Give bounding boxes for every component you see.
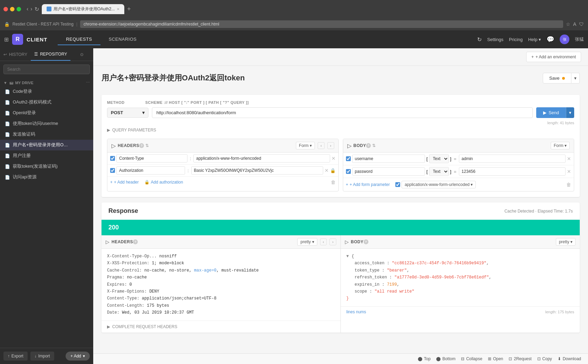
export-button[interactable]: ↑ Export (3, 352, 28, 361)
sidebar-tab-history[interactable]: ↩ HISTORY (0, 48, 31, 61)
grid-icon[interactable]: ⊞ (4, 36, 9, 43)
header-value-1[interactable] (191, 166, 323, 175)
sidebar-item-2[interactable]: 📄 OpenId登录 ⋯ (0, 108, 93, 118)
encode-dropdown[interactable]: application/x-www-form-urlencoded ▾ (402, 181, 476, 188)
send-dropdown-button[interactable]: ▾ (566, 107, 574, 118)
section-toggle-icon[interactable]: ▼ (3, 81, 7, 85)
body-type-select-1[interactable]: Text (429, 167, 449, 176)
collapse-button[interactable]: ⊟ Collapse (461, 356, 482, 361)
save-group: Save ▾ (543, 73, 580, 83)
section-more-icon[interactable]: ⋯ (86, 80, 90, 85)
response-body-toggle-icon[interactable]: ▷ (345, 239, 349, 245)
sidebar-item-8[interactable]: 📄 访问api资源 ⋯ (0, 172, 93, 183)
resp-headers-prev-btn[interactable]: ‹ (320, 238, 327, 245)
sidebar-item-1[interactable]: 📄 OAuth2-授权码模式 ⋯ (0, 97, 93, 108)
query-params-toggle[interactable]: ▶ QUERY PARAMETERS (107, 128, 574, 132)
header-key-1[interactable] (116, 166, 185, 175)
save-button[interactable]: Save (543, 73, 571, 83)
sidebar-item-7[interactable]: 📄 获取token(发送验证码) ⋯ (0, 161, 93, 172)
pricing-button[interactable]: Pricing (509, 37, 523, 42)
body-toggle-icon[interactable]: ▷ (347, 142, 351, 149)
nav-requests[interactable]: REQUESTS (58, 34, 100, 45)
body-value-1[interactable] (459, 167, 566, 176)
body-format-dropdown[interactable]: Form ▾ (551, 142, 570, 149)
send-button[interactable]: ▶ Send (536, 107, 566, 118)
top-button[interactable]: ⬤ Top (418, 356, 431, 361)
star-icon[interactable]: ☆ (566, 21, 570, 27)
body-key-1[interactable] (352, 167, 425, 176)
to-request-button[interactable]: ⊡ 2Request (509, 356, 531, 361)
body-checkbox-0[interactable] (346, 156, 351, 161)
sidebar-item-4[interactable]: 📄 发送验证码 ⋯ (0, 129, 93, 140)
header-clear-0[interactable]: ✕ (331, 156, 336, 161)
settings-button[interactable]: Settings (487, 37, 503, 42)
open-button[interactable]: ⊞ Open (488, 356, 503, 361)
method-select[interactable]: POST ▾ (107, 108, 148, 118)
body-type-select-0[interactable]: Text (429, 154, 449, 163)
complete-headers-toggle[interactable]: ▶ COMPLETE REQUEST HEADERS (102, 321, 340, 333)
shield-icon[interactable]: 🛡 (579, 21, 584, 27)
body-trash-icon[interactable]: 🗑 (566, 182, 571, 187)
add-form-param-button[interactable]: + + Add form parameter (346, 182, 390, 187)
sidebar-tab-save[interactable]: ⊙ (70, 48, 93, 61)
search-input[interactable] (3, 65, 90, 74)
body-sort-icon[interactable]: ⇅ (372, 143, 376, 148)
add-header-button[interactable]: + + Add header (110, 180, 139, 185)
body-del-1[interactable]: ✕ (567, 169, 571, 174)
top-icon: ⬤ (418, 356, 422, 361)
sidebar-item-3[interactable]: 📄 使用token访问/user/me ⋯ (0, 118, 93, 129)
back-button[interactable]: ‹ (27, 6, 28, 12)
headers-sort-icon[interactable]: ⇅ (145, 143, 149, 148)
resp-headers-next-btn[interactable]: › (329, 238, 336, 245)
user-avatar[interactable]: 张 (560, 35, 569, 44)
sidebar-item-6[interactable]: 📄 用户注册 ⋯ (0, 150, 93, 161)
headers-trash-icon[interactable]: 🗑 (331, 179, 336, 185)
forward-button[interactable]: › (30, 6, 32, 12)
sidebar-tabs: ↩ HISTORY ☰ REPOSITORY ⊙ (0, 48, 93, 61)
download-button[interactable]: ⬇ Download (558, 356, 581, 361)
translate-icon[interactable]: A (573, 21, 576, 27)
address-bar-input[interactable] (80, 20, 563, 28)
import-button[interactable]: ↓ Import (30, 352, 54, 361)
body-key-0[interactable] (352, 155, 425, 163)
help-button[interactable]: Help ▾ (528, 37, 541, 42)
nav-scenarios[interactable]: SCENARIOS (100, 34, 145, 45)
headers-next-btn[interactable]: › (327, 142, 334, 149)
url-input[interactable] (152, 107, 533, 118)
refresh-button[interactable]: ↻ (35, 6, 39, 12)
header-key-0[interactable] (116, 154, 187, 163)
headers-format-dropdown[interactable]: Form ▾ (296, 142, 315, 149)
browser-tab[interactable]: 用户名+密码登录并使用OAuth2... ✕ (42, 4, 125, 14)
new-tab-button[interactable]: + (127, 6, 131, 13)
sidebar-item-0[interactable]: 📄 Code登录 ⋯ (0, 86, 93, 97)
body-checkbox-1[interactable] (346, 169, 351, 174)
add-environment-button[interactable]: + + Add an environment (526, 52, 581, 62)
refresh-icon[interactable]: ↻ (477, 36, 482, 43)
header-checkbox-0[interactable] (110, 156, 115, 161)
save-dropdown-button[interactable]: ▾ (571, 73, 580, 83)
chat-icon[interactable]: 💬 (547, 36, 554, 43)
body-del-0[interactable]: ✕ (567, 156, 571, 161)
resp-headers-format-dropdown[interactable]: pretty ▾ (297, 238, 317, 246)
encode-checkbox[interactable] (395, 182, 400, 187)
sidebar-item-5[interactable]: 📄 用户名+密码登录并使用OAuth2... ⋯ (0, 140, 93, 150)
header-clear-1[interactable]: ✕ (325, 168, 329, 173)
minimize-dot[interactable] (10, 7, 15, 11)
maximize-dot[interactable] (17, 7, 21, 11)
headers-prev-btn[interactable]: ‹ (318, 142, 325, 149)
sidebar-tab-repository[interactable]: ☰ REPOSITORY (31, 48, 70, 61)
lines-nums-link[interactable]: lines nums (346, 309, 366, 314)
add-button[interactable]: + Add ▾ (66, 352, 90, 361)
add-auth-button[interactable]: 🔒 Add authorization (144, 180, 183, 185)
header-checkbox-1[interactable] (110, 168, 115, 173)
file-icon: 📄 (5, 143, 10, 148)
headers-body-toggle-icon[interactable]: ▷ (112, 142, 116, 149)
copy-button[interactable]: ⊡ Copy (537, 356, 552, 361)
close-dot[interactable] (3, 7, 8, 11)
header-value-0[interactable] (193, 154, 330, 163)
tab-close-icon[interactable]: ✕ (117, 7, 119, 11)
body-value-0[interactable] (459, 155, 566, 163)
bottom-button[interactable]: ⬤ Bottom (436, 356, 455, 361)
response-headers-toggle-icon[interactable]: ▷ (106, 239, 109, 245)
resp-body-format-dropdown[interactable]: pretty ▾ (556, 238, 576, 246)
